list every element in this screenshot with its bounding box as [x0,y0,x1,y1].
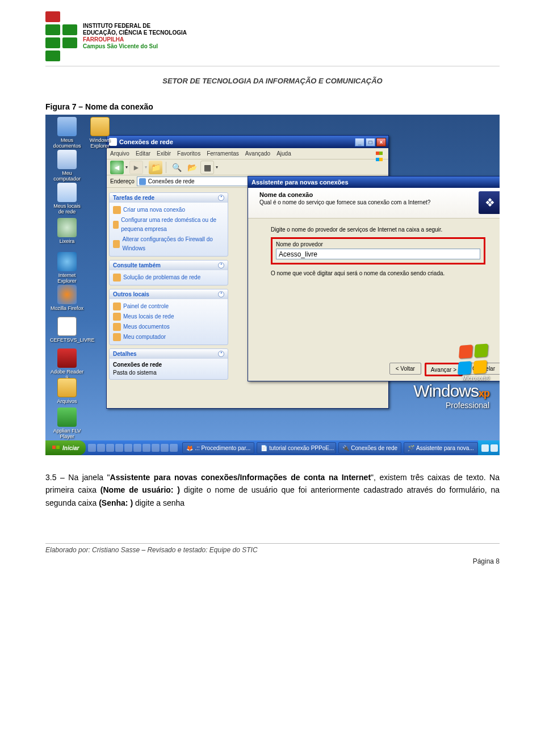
details-title: Conexões de rede [113,361,224,369]
quick-launch-icon[interactable] [133,444,141,452]
quick-launch-icon[interactable] [170,444,178,452]
consult-section: Consulte também˄ Solução de problemas de… [109,260,228,285]
bold-pass-field: (Senha: ) [99,498,133,507]
task-link-label: Meus documentos [123,322,170,331]
txt-icon [57,317,77,336]
desktop-icon[interactable]: Applian FLV Player [50,408,84,439]
network-icon [139,178,146,185]
bold-user-field: (Nome de usuário: ) [100,485,180,494]
collapse-icon[interactable]: ˄ [218,195,224,201]
tab-label: Conexões de rede [351,445,397,451]
tray-icon[interactable] [481,444,489,452]
quick-launch-icon[interactable] [124,444,132,452]
tray-icon[interactable] [491,444,498,452]
task-link[interactable]: Meus locais de rede [113,312,224,322]
start-button[interactable]: Iniciar [45,440,86,455]
task-link-label: Painel de controle [123,302,169,311]
menu-item[interactable]: Editar [136,150,150,157]
item-icon [113,206,121,214]
wizard-subheading: Qual é o nome do serviço que fornece sua… [259,199,430,205]
collapse-icon[interactable]: ˄ [218,291,224,297]
back-button[interactable]: ◄ [110,161,124,174]
task-link[interactable]: Alterar configurações do Firewall do Win… [113,234,224,254]
bold-wizard-name: Assistente para novas conexões/Informaçõ… [110,473,371,482]
desktop-icon[interactable]: Adobe Reader 9 [50,348,84,380]
task-link-label: Solução de problemas de rede [123,273,200,282]
quick-launch-icon[interactable] [152,444,160,452]
maximize-button[interactable]: □ [366,138,375,146]
menu-item[interactable]: Ferramentas [207,150,239,157]
item-icon [113,221,119,229]
taskbar-tab[interactable]: 📄tutorial conexão PPPoE... [257,442,336,453]
desktop-icon[interactable]: Meus documentos [50,117,84,149]
quick-launch-icon[interactable] [142,444,150,452]
page-number: Página 8 [45,557,500,565]
desktop-icon-label: Meu computador [50,170,84,182]
desktop-icon[interactable]: Mozilla Firefox [50,285,84,311]
task-link-label: Meu computador [123,333,166,342]
menu-item[interactable]: Favoritos [177,150,200,157]
explorer-title-text: Conexões de rede [119,138,354,145]
taskbar-tab[interactable]: 🦊.:: Procedimento par... [182,442,254,453]
tab-label: Assistente para nova... [416,445,474,451]
task-link[interactable]: Configurar uma rede doméstica ou de pequ… [113,215,224,234]
views-button[interactable]: ▦ [200,161,214,174]
desktop-icon[interactable]: Meu computador [50,150,84,182]
task-link[interactable]: Solução de problemas de rede [113,272,224,283]
folders-button[interactable]: 📂 [185,161,199,174]
desktop-icon[interactable]: Lixeira [50,218,84,244]
menu-item[interactable]: Ajuda [276,150,291,157]
task-link[interactable]: Painel de controle [113,301,224,312]
desktop-icon[interactable]: Meus locais de rede [50,183,84,215]
start-label: Iniciar [62,445,79,451]
tab-icon: 🪄 [408,445,414,451]
windows-xp-branding: Microsoft® Windowsxp Professional [413,345,489,410]
up-button[interactable]: 📁 [149,161,162,174]
quick-launch-icon[interactable] [88,444,96,452]
wizard-title-bar[interactable]: Assistente para novas conexões [248,177,500,188]
task-link[interactable]: Criar uma nova conexão [113,205,224,215]
close-button[interactable]: × [376,138,386,146]
task-link-label: Criar uma nova conexão [123,205,185,215]
desktop-icon[interactable]: Arquivos [50,378,84,404]
divider [45,66,500,66]
item-icon [113,240,120,248]
desktop-icon-label: CEFETSVS_LIVRE [50,337,84,343]
taskbar-tab[interactable]: 🪄Assistente para nova... [404,442,478,453]
desktop-icon-label: Windows Explorer [83,137,117,149]
task-link[interactable]: Meu computador [113,332,224,342]
menu-item[interactable]: Exibir [157,150,171,157]
footer-text: Elaborado por: Cristiano Sasse – Revisad… [45,546,500,554]
quick-launch-icon[interactable] [115,444,123,452]
tab-label: tutorial conexão PPPoE... [269,445,334,451]
desktop-icon[interactable]: Windows Explorer [83,117,117,149]
quick-launch [86,444,180,452]
desktop-icon-label: Meus documentos [50,137,84,149]
menu-item[interactable]: Avançado [245,150,270,157]
explorer-title-bar[interactable]: Conexões de rede _ □ × [107,136,388,148]
docs-icon [57,117,77,136]
task-link-label: Alterar configurações do Firewall do Win… [122,235,224,253]
quick-launch-icon[interactable] [97,444,105,452]
minimize-button[interactable]: _ [355,138,364,146]
address-value: Conexões de rede [148,178,195,184]
taskbar-tab[interactable]: 🔌Conexões de rede [338,442,401,453]
item-icon [113,274,121,282]
tab-icon: 📄 [261,445,267,451]
search-button[interactable]: 🔍 [170,161,183,174]
quick-launch-icon[interactable] [106,444,114,452]
desktop-icon-label: Applian FLV Player [50,428,84,439]
forward-button[interactable]: ► [129,161,143,174]
desktop-icon[interactable]: CEFETSVS_LIVRE [50,317,84,343]
menu-item[interactable]: Arquivo [110,150,129,157]
quick-launch-icon[interactable] [161,444,169,452]
desktop-icon[interactable]: Internet Explorer [50,252,84,284]
collapse-icon[interactable]: ˄ [218,351,224,357]
collapse-icon[interactable]: ˄ [218,262,224,268]
others-section: Outros locais˄ Painel de controleMeus lo… [109,289,228,345]
provider-input[interactable] [276,249,480,259]
bin-icon [57,218,77,237]
task-link[interactable]: Meus documentos [113,322,224,332]
task-link-label: Meus locais de rede [123,312,174,321]
brand-microsoft: Microsoft® [413,375,489,381]
